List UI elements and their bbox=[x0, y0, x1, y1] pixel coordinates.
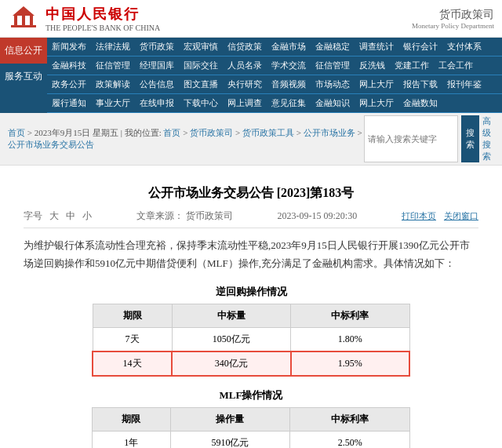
nav-right-area: 新闻发布 法律法规 货币政策 宏观审慎 信贷政策 金融市场 金融稳定 调查统计 … bbox=[47, 38, 502, 113]
font-big-btn[interactable]: 大 bbox=[49, 210, 59, 221]
nav-link-hall[interactable]: 网上大厅 bbox=[355, 75, 398, 93]
nav-link-notice[interactable]: 公告信息 bbox=[135, 75, 179, 93]
article-body: 为维护银行体系流动性合理充裕，保持季末流动性平稳,2023年9月15日人民银行开… bbox=[24, 236, 478, 273]
breadcrumb-bar: 首页 > 2023年9月15日 星期五 | 我的位置: 首页 > 货币政策司 >… bbox=[0, 113, 502, 166]
nav-link-survey2[interactable]: 网上调查 bbox=[223, 94, 267, 112]
mlf-table: 期限 操作量 中标利率 1年 5910亿元 2.50% bbox=[92, 407, 410, 448]
nav-link-academic[interactable]: 学术交流 bbox=[267, 56, 311, 75]
nav-link-yearbook[interactable]: 报刊年鉴 bbox=[442, 75, 486, 93]
dept-area: 货币政策司 Monetary Policy Department bbox=[412, 8, 494, 30]
svg-rect-3 bbox=[30, 16, 33, 25]
nav-link-credit[interactable]: 信贷政策 bbox=[223, 38, 267, 56]
font-mid-btn[interactable]: 中 bbox=[66, 210, 75, 221]
article-actions: 打印本页 关闭窗口 bbox=[402, 210, 478, 222]
nav-link-knowledge[interactable]: 金融知识 bbox=[311, 94, 355, 112]
nav-row-2: 金融科技 征信管理 经理国库 国际交往 人员名录 学术交流 征信管理 反洗钱 党… bbox=[47, 56, 502, 75]
nav-link-fintech[interactable]: 金融科技 bbox=[47, 56, 91, 75]
row2-col2: 340亿元 bbox=[172, 351, 291, 376]
source-label: 文章来源： bbox=[136, 210, 184, 221]
article-date: 2023-09-15 09:20:30 bbox=[278, 210, 358, 222]
page-header: 中国人民银行 THE PEOPLE'S BANK OF CHINA 货币政策司 … bbox=[0, 0, 502, 38]
nav-link-payment[interactable]: 支付体系 bbox=[442, 38, 486, 56]
mlf-row1-col3: 2.50% bbox=[290, 431, 410, 448]
nav-link-news[interactable]: 新闻发布 bbox=[47, 38, 91, 56]
reverse-repo-table: 期限 中标量 中标利率 7天 1050亿元 1.80% 14天 340亿元 1.… bbox=[92, 304, 410, 377]
search-button[interactable]: 搜索 bbox=[461, 115, 479, 162]
row2-col1: 14天 bbox=[93, 351, 172, 376]
nav-link-audio[interactable]: 音频视频 bbox=[267, 75, 311, 93]
row2-col3: 1.95% bbox=[291, 351, 410, 376]
source-value: 货币政策司 bbox=[186, 210, 233, 221]
table-row: 7天 1050亿元 1.80% bbox=[93, 327, 409, 351]
nav-row-1: 新闻发布 法律法规 货币政策 宏观审慎 信贷政策 金融市场 金融稳定 调查统计 … bbox=[47, 38, 502, 56]
font-small-btn[interactable]: 小 bbox=[82, 210, 92, 221]
bank-logo-icon bbox=[8, 5, 39, 32]
row1-col3: 1.80% bbox=[291, 327, 410, 351]
nav-link-survey[interactable]: 调查统计 bbox=[355, 38, 398, 56]
table1-col3-header: 中标利率 bbox=[291, 304, 410, 327]
print-button[interactable]: 打印本页 bbox=[402, 210, 436, 222]
close-button[interactable]: 关闭窗口 bbox=[444, 210, 478, 222]
highlighted-table-row: 14天 340亿元 1.95% bbox=[93, 351, 409, 376]
nav-link-research[interactable]: 央行研究 bbox=[223, 75, 267, 93]
table1-col2-header: 中标量 bbox=[172, 304, 291, 327]
mlf-row1-col2: 5910亿元 bbox=[170, 431, 290, 448]
nav-left-buttons: 信息公开 服务互动 bbox=[0, 38, 47, 113]
nav-link-market[interactable]: 金融市场 bbox=[267, 38, 311, 56]
nav-link-findata[interactable]: 金融数知 bbox=[398, 94, 442, 112]
table1-col1-header: 期限 bbox=[93, 304, 172, 327]
svg-rect-4 bbox=[11, 25, 36, 27]
nav-link-union[interactable]: 工会工作 bbox=[434, 56, 478, 75]
nav-link-notification[interactable]: 履行通知 bbox=[47, 94, 91, 112]
table-row: 1年 5910亿元 2.50% bbox=[93, 431, 410, 448]
nav-link-treasury[interactable]: 经理国库 bbox=[135, 56, 179, 75]
nav-link-media[interactable]: 图文直播 bbox=[179, 75, 223, 93]
nav-link-accounting[interactable]: 银行会计 bbox=[398, 38, 442, 56]
article-content: 公开市场业务交易公告 [2023]第183号 字号 大 中 小 文章来源： 货币… bbox=[0, 166, 502, 448]
svg-marker-0 bbox=[13, 6, 35, 16]
advanced-search-link[interactable]: 高级搜索 bbox=[482, 115, 494, 162]
svg-rect-1 bbox=[14, 16, 17, 25]
bank-name-cn: 中国人民银行 bbox=[45, 5, 160, 24]
nav-link-aml[interactable]: 反洗钱 bbox=[355, 56, 390, 75]
nav-link-hall3[interactable]: 网上大厅 bbox=[355, 94, 398, 112]
table2-title: MLF操作情况 bbox=[24, 388, 478, 402]
search-input[interactable] bbox=[364, 115, 458, 162]
nav-link-dynamics[interactable]: 市场动态 bbox=[311, 75, 355, 93]
font-size-control: 字号 大 中 小 bbox=[24, 209, 92, 223]
breadcrumb-home[interactable]: 首页 bbox=[8, 128, 25, 137]
nav-link-apply[interactable]: 在线申报 bbox=[135, 94, 179, 112]
table1-header-row: 期限 中标量 中标利率 bbox=[93, 304, 409, 327]
svg-rect-2 bbox=[22, 16, 25, 25]
dept-name-en: Monetary Policy Department bbox=[412, 22, 494, 30]
nav-link-feedback[interactable]: 意见征集 bbox=[267, 94, 311, 112]
font-label: 字号 bbox=[24, 210, 42, 221]
nav-link-gov[interactable]: 政务公开 bbox=[47, 75, 91, 93]
row1-col1: 7天 bbox=[93, 327, 172, 351]
nav-link-stability[interactable]: 金融稳定 bbox=[311, 38, 355, 56]
nav-link-party[interactable]: 党建工作 bbox=[390, 56, 434, 75]
nav-link-download[interactable]: 下载中心 bbox=[179, 94, 223, 112]
search-area: 搜索 高级搜索 bbox=[364, 115, 494, 162]
table2-col2-header: 操作量 bbox=[170, 407, 290, 431]
nav-row-3: 政务公开 政策解读 公告信息 图文直播 央行研究 音频视频 市场动态 网上大厅 … bbox=[47, 75, 502, 94]
table2-col1-header: 期限 bbox=[93, 407, 171, 431]
nav-btn-service[interactable]: 服务互动 bbox=[0, 64, 47, 89]
nav-link-monetary[interactable]: 货币政策 bbox=[135, 38, 179, 56]
main-nav: 信息公开 服务互动 新闻发布 法律法规 货币政策 宏观审慎 信贷政策 金融市场 … bbox=[0, 38, 502, 113]
nav-link-policy[interactable]: 政策解读 bbox=[91, 75, 135, 93]
nav-btn-info[interactable]: 信息公开 bbox=[0, 38, 47, 64]
nav-link-征信[interactable]: 征信管理 bbox=[311, 56, 355, 75]
nav-link-law[interactable]: 法律法规 bbox=[91, 38, 135, 56]
nav-link-hall2[interactable]: 事业大厅 bbox=[91, 94, 135, 112]
table2-header-row: 期限 操作量 中标利率 bbox=[93, 407, 410, 431]
article-title: 公开市场业务交易公告 [2023]第183号 bbox=[24, 185, 478, 202]
nav-link-intl[interactable]: 国际交往 bbox=[179, 56, 223, 75]
nav-link-staff[interactable]: 人员名录 bbox=[223, 56, 267, 75]
mlf-row1-col1: 1年 bbox=[93, 431, 171, 448]
nav-link-credit2[interactable]: 征信管理 bbox=[91, 56, 135, 75]
nav-link-reports[interactable]: 报告下载 bbox=[398, 75, 442, 93]
article-source: 文章来源： 货币政策司 bbox=[136, 209, 233, 223]
nav-link-macro[interactable]: 宏观审慎 bbox=[179, 38, 223, 56]
nav-row-4: 履行通知 事业大厅 在线申报 下载中心 网上调查 意见征集 金融知识 网上大厅 … bbox=[47, 94, 502, 113]
